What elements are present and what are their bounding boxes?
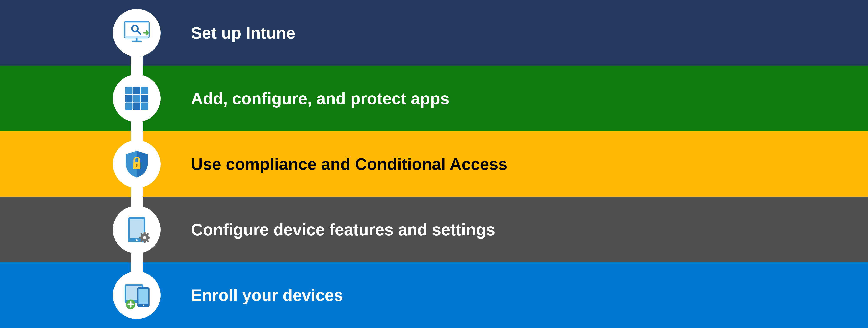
intune-steps-diagram: Set up Intune Add, configure, and protec… xyxy=(0,0,868,328)
svg-rect-12 xyxy=(141,95,148,102)
svg-rect-23 xyxy=(144,232,145,234)
svg-rect-18 xyxy=(136,165,137,167)
step-label-3: Use compliance and Conditional Access xyxy=(191,154,507,174)
tablet-gear-icon xyxy=(122,214,152,245)
icon-circle-5 xyxy=(113,271,161,319)
step-row-configure: Configure device features and settings xyxy=(0,197,868,263)
svg-point-21 xyxy=(136,239,137,241)
step-label-5: Enroll your devices xyxy=(191,286,343,304)
step-row-setup: Set up Intune xyxy=(0,0,868,65)
step-label-2: Add, configure, and protect apps xyxy=(191,89,450,108)
apps-grid-icon xyxy=(122,83,152,114)
svg-rect-26 xyxy=(148,237,150,238)
step-label-4: Configure device features and settings xyxy=(191,220,495,239)
step-label-1: Set up Intune xyxy=(191,24,295,42)
svg-rect-24 xyxy=(144,240,145,243)
step-row-compliance: Use compliance and Conditional Access xyxy=(0,131,868,197)
svg-rect-2 xyxy=(126,23,148,36)
monitor-setup-icon xyxy=(122,18,152,48)
icon-circle-4 xyxy=(113,206,161,254)
svg-rect-9 xyxy=(141,87,148,94)
step-row-enroll: Enroll your devices xyxy=(0,263,868,328)
svg-rect-10 xyxy=(125,95,132,102)
svg-point-31 xyxy=(143,236,146,239)
svg-rect-11 xyxy=(133,95,141,102)
svg-rect-13 xyxy=(125,103,132,110)
icon-circle-1 xyxy=(113,9,161,57)
shield-lock-icon xyxy=(122,149,152,179)
svg-rect-25 xyxy=(139,237,142,238)
icon-circle-2 xyxy=(113,74,161,122)
svg-rect-15 xyxy=(141,103,148,110)
step-row-apps: Add, configure, and protect apps xyxy=(0,65,868,131)
svg-rect-35 xyxy=(138,289,148,304)
icon-circle-3 xyxy=(113,140,161,188)
svg-rect-14 xyxy=(133,103,141,110)
svg-point-36 xyxy=(143,304,144,306)
devices-add-icon xyxy=(122,280,152,310)
svg-rect-8 xyxy=(133,87,141,94)
svg-rect-7 xyxy=(125,87,132,94)
